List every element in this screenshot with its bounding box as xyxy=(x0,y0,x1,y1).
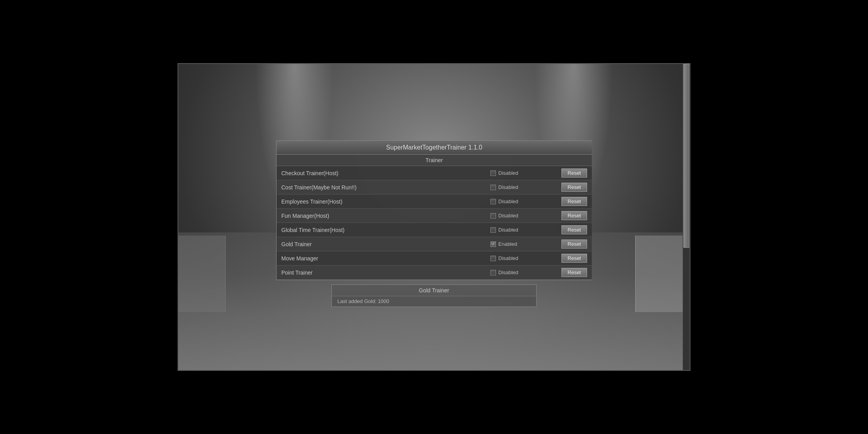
row-status[interactable]: Disabled xyxy=(490,255,561,261)
status-text: Enabled xyxy=(498,241,517,247)
status-text: Disabled xyxy=(498,170,518,176)
table-row: Fun Manager(Host)DisabledReset xyxy=(277,209,592,223)
row-label: Point Trainer xyxy=(281,269,490,276)
row-label: Checkout Trainer(Host) xyxy=(281,170,490,176)
row-status[interactable]: Disabled xyxy=(490,170,561,176)
table-row: Checkout Trainer(Host)DisabledReset xyxy=(277,166,592,180)
disabled-checkbox[interactable] xyxy=(490,256,496,261)
status-text: Disabled xyxy=(498,213,518,219)
section-header: Trainer xyxy=(277,155,592,166)
table-row: Global Time Trainer(Host)DisabledReset xyxy=(277,223,592,237)
scrollbar[interactable] xyxy=(683,64,690,370)
side-panel-left xyxy=(178,236,226,312)
row-status[interactable]: Disabled xyxy=(490,269,561,275)
table-row: Move ManagerDisabledReset xyxy=(277,251,592,266)
reset-button[interactable]: Reset xyxy=(561,225,587,234)
reset-button[interactable]: Reset xyxy=(561,197,587,206)
status-text: Disabled xyxy=(498,198,518,204)
disabled-checkbox[interactable] xyxy=(490,213,496,219)
disabled-checkbox[interactable] xyxy=(490,185,496,190)
row-status[interactable]: Disabled xyxy=(490,198,561,204)
gold-trainer-panel: Gold Trainer Last added Gold: 1000 xyxy=(331,284,537,307)
table-row: Employees Trainer(Host)DisabledReset xyxy=(277,195,592,209)
disabled-checkbox[interactable] xyxy=(490,170,496,176)
scrollbar-thumb[interactable] xyxy=(683,64,689,248)
row-label: Global Time Trainer(Host) xyxy=(281,227,490,233)
status-text: Disabled xyxy=(498,255,518,261)
gold-trainer-last-added: Last added Gold: 1000 xyxy=(332,296,536,307)
reset-button[interactable]: Reset xyxy=(561,168,587,178)
row-label: Fun Manager(Host) xyxy=(281,213,490,219)
row-label: Gold Trainer xyxy=(281,241,490,247)
disabled-checkbox[interactable] xyxy=(490,199,496,204)
status-text: Disabled xyxy=(498,227,518,233)
row-label: Cost Trainer(Maybe Not Run!!) xyxy=(281,184,490,191)
gold-trainer-panel-title: Gold Trainer xyxy=(332,285,536,296)
trainer-window: SuperMarketTogetherTrainer 1.1.0 Trainer… xyxy=(276,140,592,280)
row-label: Employees Trainer(Host) xyxy=(281,198,490,205)
reset-button[interactable]: Reset xyxy=(561,239,587,249)
enabled-checkbox[interactable] xyxy=(490,241,496,247)
trainer-rows-container: Checkout Trainer(Host)DisabledResetCost … xyxy=(277,166,592,280)
row-status[interactable]: Disabled xyxy=(490,213,561,219)
disabled-checkbox[interactable] xyxy=(490,270,496,275)
reset-button[interactable]: Reset xyxy=(561,183,587,192)
reset-button[interactable]: Reset xyxy=(561,268,587,277)
disabled-checkbox[interactable] xyxy=(490,227,496,233)
reset-button[interactable]: Reset xyxy=(561,254,587,263)
status-text: Disabled xyxy=(498,269,518,275)
table-row: Point TrainerDisabledReset xyxy=(277,266,592,280)
row-status[interactable]: Enabled xyxy=(490,241,561,247)
row-status[interactable]: Disabled xyxy=(490,227,561,233)
table-row: Gold TrainerEnabledReset xyxy=(277,237,592,251)
row-status[interactable]: Disabled xyxy=(490,184,561,190)
trainer-title: SuperMarketTogetherTrainer 1.1.0 xyxy=(386,144,483,151)
reset-button[interactable]: Reset xyxy=(561,211,587,220)
side-panel-right xyxy=(635,236,683,312)
trainer-title-bar: SuperMarketTogetherTrainer 1.1.0 xyxy=(277,141,592,155)
status-text: Disabled xyxy=(498,184,518,190)
row-label: Move Manager xyxy=(281,255,490,262)
table-row: Cost Trainer(Maybe Not Run!!)DisabledRes… xyxy=(277,180,592,195)
